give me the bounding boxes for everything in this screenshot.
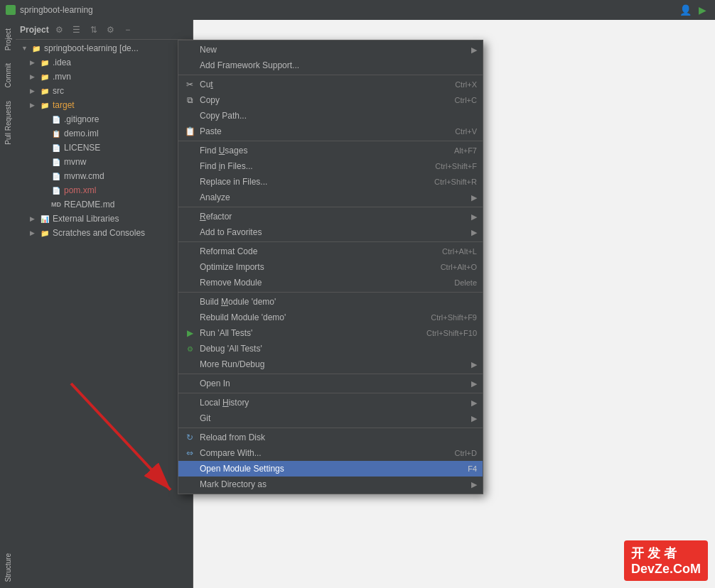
file-readme-icon: MD: [51, 200, 61, 209]
menu-item-more-run[interactable]: More Run/Debug ▶: [178, 356, 483, 372]
menu-item-optimize-imports[interactable]: Optimize Imports Ctrl+Alt+O: [178, 259, 483, 275]
menu-label-refactor: Refactor: [200, 212, 232, 222]
optimize-imports-shortcut: Ctrl+Alt+O: [441, 263, 477, 271]
menu-label-run-tests: Run 'All Tests': [200, 328, 252, 338]
file-mvnw-cmd-icon: 📄: [51, 171, 61, 181]
tree-root[interactable]: ▼ 📁 springboot-learning [de...: [16, 41, 193, 55]
panel-close-btn[interactable]: −: [122, 23, 134, 36]
menu-label-reload-disk: Reload from Disk: [200, 432, 265, 442]
menu-label-paste: Paste: [200, 126, 222, 136]
tree-item-gitignore[interactable]: 📄 .gitignore: [16, 112, 193, 126]
menu-label-build-module: Build Module 'demo': [200, 297, 276, 307]
menu-label-more-run: More Run/Debug: [200, 359, 264, 369]
menu-item-analyze[interactable]: Analyze ▶: [178, 190, 483, 205]
menu-item-copy-path[interactable]: Copy Path...: [178, 108, 483, 124]
tree-item-idea[interactable]: ▶ 📁 .idea: [16, 55, 193, 70]
sidebar-item-project[interactable]: Project: [2, 23, 14, 56]
menu-item-compare-with[interactable]: ⇔ Compare With... Ctrl+D: [178, 445, 483, 461]
tree-label-iml: demo.iml: [64, 129, 99, 138]
folder-target-icon: 📁: [40, 100, 50, 110]
menu-sep-2: [178, 141, 483, 141]
menu-item-refactor[interactable]: Refactor ▶: [178, 209, 483, 224]
menu-item-open-in[interactable]: Open In ▶: [178, 376, 483, 391]
tree-label-external: External Libraries: [53, 214, 119, 224]
menu-item-debug-tests[interactable]: ⚙ Debug 'All Tests': [178, 341, 483, 356]
watermark-line2: DevZe.CoM: [631, 562, 701, 577]
sidebar-item-structure[interactable]: Structure: [2, 548, 14, 588]
tree-item-license[interactable]: 📄 LICENSE: [16, 141, 193, 155]
mark-directory-icon: [184, 479, 195, 490]
remove-module-icon: [184, 277, 195, 288]
menu-label-reformat: Reformat Code: [200, 246, 257, 256]
tree-item-mvnw[interactable]: 📄 mvnw: [16, 155, 193, 169]
tree-item-readme[interactable]: MD README.md: [16, 197, 193, 212]
title-bar-controls: 👤 ▶: [678, 3, 709, 17]
menu-item-mark-directory[interactable]: Mark Directory as ▶: [178, 477, 483, 492]
new-arrow: ▶: [471, 45, 477, 55]
menu-sep-1: [178, 75, 483, 75]
sidebar-item-commit[interactable]: Commit: [2, 58, 14, 93]
open-module-settings-shortcut: F4: [468, 464, 477, 473]
optimize-imports-icon: [184, 261, 195, 273]
menu-label-remove-module: Remove Module: [200, 278, 262, 288]
panel-header: Project ⚙ ☰ ⇅ ⚙ −: [16, 20, 193, 40]
tree-label-mvnw: mvnw: [64, 157, 86, 167]
tree-label-mvn: .mvn: [53, 72, 71, 82]
run-icon[interactable]: ▶: [695, 3, 709, 17]
compare-with-icon: ⇔: [184, 447, 195, 459]
update-icon[interactable]: 👤: [678, 3, 692, 17]
panel-gear-btn[interactable]: ⚙: [104, 23, 117, 36]
sidebar-item-pull-requests[interactable]: Pull Requests: [2, 95, 14, 151]
menu-item-add-framework[interactable]: Add Framework Support...: [178, 58, 483, 73]
menu-item-new[interactable]: New ▶: [178, 42, 483, 58]
menu-label-add-framework: Add Framework Support...: [200, 60, 299, 70]
menu-item-find-usages[interactable]: Find Usages Alt+F7: [178, 143, 483, 158]
menu-item-cut[interactable]: ✂ Cut Ctrl+X: [178, 77, 483, 92]
panel-settings-btn[interactable]: ⚙: [53, 23, 66, 36]
menu-label-git: Git: [200, 413, 210, 423]
menu-item-add-favorites[interactable]: Add to Favorites ▶: [178, 224, 483, 240]
menu-item-find-in-files[interactable]: Find in Files... Ctrl+Shift+F: [178, 158, 483, 174]
tree-item-mvn[interactable]: ▶ 📁 .mvn: [16, 70, 193, 84]
menu-label-rebuild-module: Rebuild Module 'demo': [200, 312, 286, 322]
menu-label-cut: Cut: [200, 80, 213, 89]
menu-item-run-tests[interactable]: ▶ Run 'All Tests' Ctrl+Shift+F10: [178, 325, 483, 341]
tree-item-src[interactable]: ▶ 📁 src: [16, 84, 193, 98]
tree-item-scratches[interactable]: ▶ 📁 Scratches and Consoles: [16, 226, 193, 240]
panel-expand-btn[interactable]: ⇅: [87, 23, 100, 36]
compare-with-shortcut: Ctrl+D: [455, 449, 477, 457]
folder-idea-icon: 📁: [40, 58, 50, 67]
menu-label-new: New: [200, 45, 217, 55]
tree-item-iml[interactable]: 📋 demo.iml: [16, 126, 193, 141]
menu-item-local-history[interactable]: Local History ▶: [178, 395, 483, 410]
menu-item-reformat[interactable]: Reformat Code Ctrl+Alt+L: [178, 244, 483, 259]
file-iml-icon: 📋: [51, 129, 61, 138]
copy-path-icon: [184, 110, 195, 121]
tree-item-pom[interactable]: 📄 pom.xml: [16, 183, 193, 197]
menu-item-replace-in-files[interactable]: Replace in Files... Ctrl+Shift+R: [178, 174, 483, 190]
reload-disk-icon: ↻: [184, 432, 195, 443]
menu-item-copy[interactable]: ⧉ Copy Ctrl+C: [178, 92, 483, 108]
panel-layout-btn[interactable]: ☰: [70, 23, 83, 36]
menu-item-remove-module[interactable]: Remove Module Delete: [178, 275, 483, 290]
tree-item-target[interactable]: ▶ 📁 target: [16, 98, 193, 112]
menu-label-find-in-files: Find in Files...: [200, 161, 253, 171]
title-bar: springboot-learning 👤 ▶: [0, 0, 715, 20]
find-usages-shortcut: Alt+F7: [454, 146, 477, 155]
tree-label-readme: README.md: [64, 200, 114, 209]
copy-shortcut: Ctrl+C: [455, 96, 477, 104]
replace-in-files-icon: [184, 176, 195, 187]
menu-item-reload-disk[interactable]: ↻ Reload from Disk: [178, 430, 483, 445]
analyze-icon: [184, 192, 195, 203]
menu-item-paste[interactable]: 📋 Paste Ctrl+V: [178, 124, 483, 139]
replace-in-files-shortcut: Ctrl+Shift+R: [434, 178, 477, 186]
menu-item-build-module[interactable]: Build Module 'demo': [178, 294, 483, 310]
folder-external-icon: 📊: [40, 214, 50, 224]
tree-item-external[interactable]: ▶ 📊 External Libraries: [16, 212, 193, 226]
add-favorites-icon: [184, 227, 195, 238]
menu-item-git[interactable]: Git ▶: [178, 410, 483, 426]
tree-item-mvnw-cmd[interactable]: 📄 mvnw.cmd: [16, 169, 193, 183]
menu-item-open-module-settings[interactable]: Open Module Settings F4: [178, 461, 483, 477]
add-favorites-arrow: ▶: [471, 228, 477, 237]
menu-item-rebuild-module[interactable]: Rebuild Module 'demo' Ctrl+Shift+F9: [178, 310, 483, 325]
